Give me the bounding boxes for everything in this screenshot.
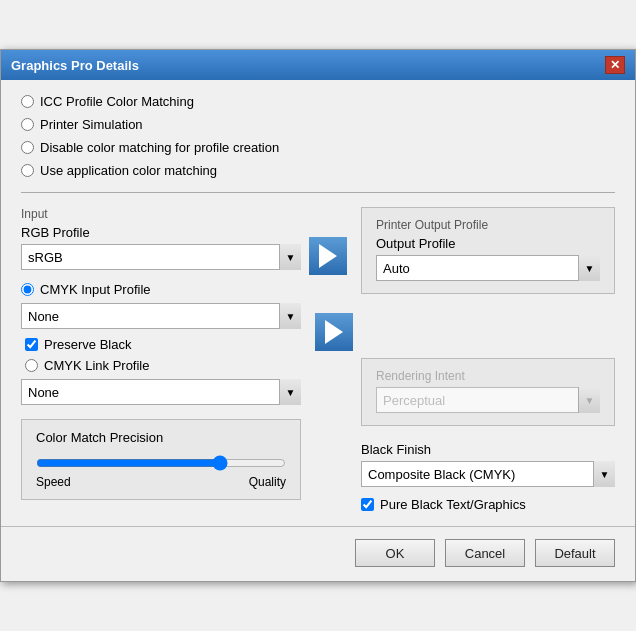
pure-black-label: Pure Black Text/Graphics: [380, 497, 526, 512]
radio-icc-input[interactable]: [21, 95, 34, 108]
button-row: OK Cancel Default: [1, 526, 635, 581]
section-divider: [21, 192, 615, 193]
arrow-col-1: [301, 207, 361, 275]
black-finish-select-wrapper: Composite Black (CMYK) True Black Rich B…: [361, 461, 615, 487]
pure-black-checkbox[interactable]: [361, 498, 374, 511]
radio-disable[interactable]: Disable color matching for profile creat…: [21, 140, 615, 155]
radio-cmyk-link[interactable]: CMYK Link Profile: [25, 358, 301, 373]
slider-label: Color Match Precision: [36, 430, 286, 445]
black-finish-section: Black Finish Composite Black (CMYK) True…: [361, 442, 615, 512]
output-profile-select-wrapper: Auto sRGB AdobeRGB ▼: [376, 255, 600, 281]
slider-labels: Speed Quality: [36, 475, 286, 489]
color-matching-radio-group: ICC Profile Color Matching Printer Simul…: [21, 94, 615, 178]
cmyk-link-label: CMYK Link Profile: [44, 358, 149, 373]
output-profile-select[interactable]: Auto sRGB AdobeRGB: [376, 255, 600, 281]
black-finish-label: Black Finish: [361, 442, 615, 457]
radio-cmyk[interactable]: CMYK Input Profile: [21, 282, 301, 297]
cmyk-input-profile-label: CMYK Input Profile: [40, 282, 151, 297]
radio-app-label: Use application color matching: [40, 163, 217, 178]
pure-black-row: Pure Black Text/Graphics: [361, 497, 615, 512]
radio-icc-label: ICC Profile Color Matching: [40, 94, 194, 109]
close-button[interactable]: ✕: [605, 56, 625, 74]
rgb-profile-label: RGB Profile: [21, 225, 301, 240]
rgb-profile-select-wrapper: sRGB AdobeRGB ProPhoto RGB ▼: [21, 244, 301, 270]
arrow-icon-1: [319, 244, 337, 268]
radio-printer-input[interactable]: [21, 118, 34, 131]
cmyk-section: CMYK Input Profile None US Web Coated (S…: [21, 282, 301, 405]
radio-disable-input[interactable]: [21, 141, 34, 154]
quality-label: Quality: [249, 475, 286, 489]
ok-button[interactable]: OK: [355, 539, 435, 567]
printer-output-section: Printer Output Profile Output Profile Au…: [361, 207, 615, 294]
speed-label: Speed: [36, 475, 71, 489]
right-column: Printer Output Profile Output Profile Au…: [361, 207, 615, 512]
arrow-right-2: [315, 313, 353, 351]
precision-slider[interactable]: [36, 455, 286, 471]
dialog-window: Graphics Pro Details ✕ ICC Profile Color…: [0, 49, 636, 582]
arrow-right-1: [309, 237, 347, 275]
cmyk-link-select[interactable]: None Option A Option B: [21, 379, 301, 405]
preserve-black-checkbox[interactable]: [25, 338, 38, 351]
rgb-profile-select[interactable]: sRGB AdobeRGB ProPhoto RGB: [21, 244, 301, 270]
radio-app-input[interactable]: [21, 164, 34, 177]
arrow-icon-2: [325, 320, 343, 344]
cmyk-profile-select-wrapper: None US Web Coated (SWOP) v2 Coated FOGR…: [21, 303, 301, 329]
rendering-intent-select[interactable]: Perceptual Saturation Relative Colorimet…: [376, 387, 600, 413]
preserve-black-row: Preserve Black: [25, 337, 301, 352]
rendering-intent-section: Rendering Intent Perceptual Saturation R…: [361, 358, 615, 426]
cancel-button[interactable]: Cancel: [445, 539, 525, 567]
arrow-2-container: [309, 306, 615, 358]
rendering-intent-label: Rendering Intent: [376, 369, 600, 383]
radio-cmyk-input[interactable]: [21, 283, 34, 296]
radio-icc[interactable]: ICC Profile Color Matching: [21, 94, 615, 109]
dialog-title: Graphics Pro Details: [11, 58, 139, 73]
main-layout: Input RGB Profile sRGB AdobeRGB ProPhoto…: [21, 207, 615, 512]
input-label: Input: [21, 207, 301, 221]
rgb-profile-block: Input RGB Profile sRGB AdobeRGB ProPhoto…: [21, 207, 301, 270]
cmyk-link-select-wrapper: None Option A Option B ▼: [21, 379, 301, 405]
cmyk-profile-select[interactable]: None US Web Coated (SWOP) v2 Coated FOGR…: [21, 303, 301, 329]
dialog-content: ICC Profile Color Matching Printer Simul…: [1, 80, 635, 526]
printer-output-label: Printer Output Profile: [376, 218, 600, 232]
rendering-intent-select-wrapper: Perceptual Saturation Relative Colorimet…: [376, 387, 600, 413]
radio-cmyk-link-input[interactable]: [25, 359, 38, 372]
preserve-black-label: Preserve Black: [44, 337, 131, 352]
title-bar: Graphics Pro Details ✕: [1, 50, 635, 80]
output-profile-label: Output Profile: [376, 236, 600, 251]
radio-app[interactable]: Use application color matching: [21, 163, 615, 178]
default-button[interactable]: Default: [535, 539, 615, 567]
radio-disable-label: Disable color matching for profile creat…: [40, 140, 279, 155]
radio-printer-label: Printer Simulation: [40, 117, 143, 132]
radio-printer-sim[interactable]: Printer Simulation: [21, 117, 615, 132]
left-column: Input RGB Profile sRGB AdobeRGB ProPhoto…: [21, 207, 301, 512]
color-match-precision-section: Color Match Precision Speed Quality: [21, 419, 301, 500]
black-finish-select[interactable]: Composite Black (CMYK) True Black Rich B…: [361, 461, 615, 487]
slider-track: [36, 453, 286, 473]
